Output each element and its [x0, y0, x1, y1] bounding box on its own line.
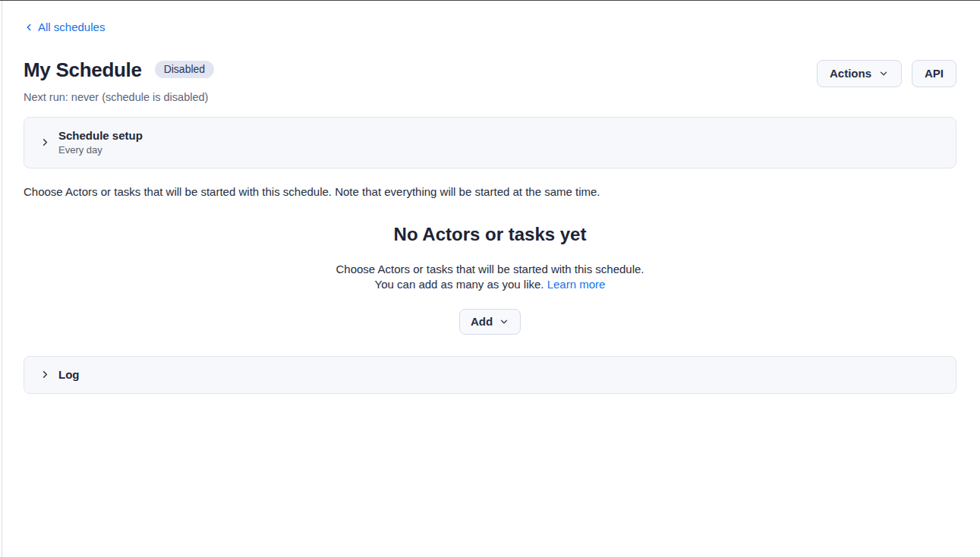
empty-state: No Actors or tasks yet Choose Actors or …	[24, 224, 956, 335]
back-to-all-schedules-link[interactable]: All schedules	[24, 20, 105, 33]
schedule-setup-text: Schedule setup Every day	[58, 129, 143, 156]
empty-state-description-line1: Choose Actors or tasks that will be star…	[336, 263, 644, 275]
chevron-left-icon	[24, 22, 34, 33]
title-block: My Schedule Disabled Next run: never (sc…	[24, 58, 214, 103]
chevron-right-icon	[39, 137, 51, 148]
title-line: My Schedule Disabled	[24, 58, 214, 81]
status-badge: Disabled	[155, 61, 214, 78]
empty-state-description: Choose Actors or tasks that will be star…	[24, 262, 956, 292]
schedule-detail-page: All schedules My Schedule Disabled Next …	[0, 1, 980, 394]
schedule-setup-title: Schedule setup	[58, 129, 143, 143]
next-run-text: Next run: never (schedule is disabled)	[24, 91, 214, 103]
learn-more-link[interactable]: Learn more	[547, 278, 606, 291]
api-button[interactable]: API	[912, 60, 956, 87]
add-button-label: Add	[471, 315, 493, 328]
add-button[interactable]: Add	[459, 309, 521, 335]
page-title: My Schedule	[24, 58, 142, 81]
schedule-setup-subtitle: Every day	[58, 144, 143, 156]
log-panel-title: Log	[58, 368, 80, 382]
add-button-wrap: Add	[24, 309, 956, 335]
log-panel[interactable]: Log	[24, 356, 956, 394]
intro-text: Choose Actors or tasks that will be star…	[24, 185, 956, 199]
actions-button-label: Actions	[830, 67, 871, 80]
chevron-down-icon	[878, 68, 889, 79]
actions-button[interactable]: Actions	[817, 60, 902, 87]
chevron-right-icon	[39, 369, 51, 380]
back-link-label: All schedules	[38, 20, 105, 33]
empty-state-title: No Actors or tasks yet	[24, 224, 956, 245]
chevron-down-icon	[499, 316, 509, 327]
api-button-label: API	[925, 67, 944, 80]
window-left-edge	[2, 1, 2, 557]
header-buttons: Actions API	[817, 60, 956, 87]
schedule-setup-panel[interactable]: Schedule setup Every day	[24, 117, 956, 168]
page-header: My Schedule Disabled Next run: never (sc…	[24, 58, 956, 103]
empty-state-description-line2: You can add as many as you like.	[375, 278, 544, 291]
